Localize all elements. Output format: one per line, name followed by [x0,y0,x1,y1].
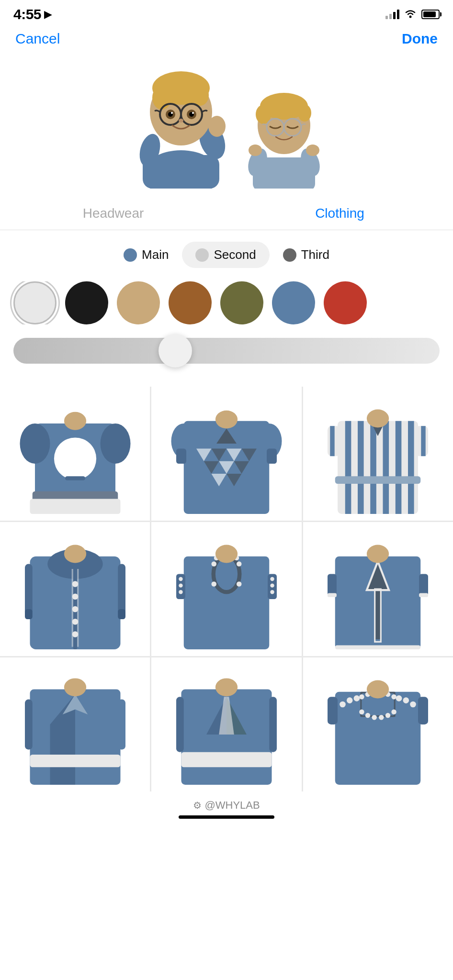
svg-point-11 [192,85,209,106]
svg-rect-126 [118,700,125,750]
clothing-item-5[interactable] [151,522,301,656]
svg-rect-84 [118,609,125,619]
clothing-item-3[interactable] [303,387,453,521]
status-time: 4:55 [13,6,41,22]
swatch-white[interactable] [13,281,57,324]
svg-point-101 [179,583,182,587]
signal-icon [385,10,399,19]
svg-point-145 [359,710,364,715]
color-pill-third[interactable]: Third [270,242,343,268]
svg-point-26 [306,145,319,156]
svg-point-85 [64,545,86,563]
shade-slider-track[interactable] [13,338,440,364]
shade-slider-container [10,338,443,364]
svg-rect-58 [267,449,277,464]
svg-rect-61 [358,421,364,514]
svg-rect-86 [71,569,73,647]
clothing-item-7[interactable] [0,657,150,791]
avatar-preview [0,55,453,198]
done-button[interactable]: Done [402,31,438,47]
clothing-item-6[interactable] [303,522,453,656]
watermark: ⚙ @WHYLAB [0,799,453,812]
svg-point-151 [340,702,346,708]
svg-rect-118 [335,646,421,649]
svg-point-144 [392,694,397,700]
svg-point-56 [215,411,238,429]
svg-rect-158 [418,697,428,724]
tab-bar: Headwear Clothing [0,198,453,230]
svg-rect-81 [25,564,33,614]
memoji-secondary-svg [243,83,325,189]
memoji-main-svg [128,55,234,189]
svg-rect-69 [421,426,426,456]
tab-clothing[interactable]: Clothing [226,198,453,230]
svg-point-152 [347,697,353,703]
svg-point-36 [20,423,50,464]
wifi-icon [404,9,417,21]
cancel-button[interactable]: Cancel [15,31,60,47]
svg-rect-157 [328,697,338,724]
svg-rect-125 [25,700,33,750]
color-pill-second[interactable]: Second [182,242,269,268]
svg-point-107 [215,545,238,563]
color-pill-main[interactable]: Main [110,242,182,268]
clothing-item-2[interactable] [151,387,301,521]
shade-slider-thumb[interactable] [159,334,192,368]
clothing-grid [0,387,453,791]
svg-point-159 [367,680,389,699]
svg-point-20 [192,112,194,114]
svg-point-139 [359,694,364,700]
swatch-brown[interactable] [169,281,212,324]
clothing-item-8[interactable] [151,657,301,791]
svg-rect-63 [383,421,389,514]
swatch-olive[interactable] [220,281,263,324]
svg-point-148 [379,715,384,720]
clothing-item-1[interactable] [0,387,150,521]
svg-rect-57 [176,449,186,464]
svg-point-119 [367,545,389,563]
svg-rect-71 [335,476,421,484]
svg-point-105 [270,583,274,587]
svg-point-156 [396,695,402,702]
svg-rect-82 [118,564,125,614]
svg-point-135 [215,678,238,696]
battery-icon [421,10,440,19]
svg-point-146 [365,713,371,718]
svg-point-104 [270,577,274,581]
svg-point-147 [372,715,377,720]
avatar-main [128,55,234,189]
nav-bar: Cancel Done [0,26,453,55]
svg-point-127 [64,678,86,696]
clothing-item-9[interactable] [303,657,453,791]
svg-point-91 [211,561,216,567]
swatch-tan[interactable] [117,281,160,324]
home-indicator [179,815,274,819]
svg-point-10 [152,86,171,110]
svg-rect-42 [65,476,85,480]
swatch-black[interactable] [65,281,108,324]
svg-rect-62 [371,421,377,514]
svg-point-41 [64,412,86,430]
svg-rect-64 [396,421,402,514]
svg-rect-117 [419,593,428,597]
svg-rect-60 [345,421,351,514]
swatch-red[interactable] [324,281,367,324]
svg-rect-124 [30,755,120,767]
clothing-item-4[interactable] [0,522,150,656]
svg-rect-111 [375,589,381,639]
main-color-dot [124,248,137,262]
svg-point-153 [354,695,360,702]
svg-rect-67 [330,426,335,456]
swatch-slate[interactable] [272,281,315,324]
svg-point-154 [410,702,417,708]
bottom-area: ⚙ @WHYLAB [0,791,453,824]
svg-point-98 [237,581,242,587]
second-color-dot [195,248,209,262]
avatar-secondary [243,83,325,189]
svg-rect-83 [25,609,33,619]
svg-point-21 [179,119,183,122]
svg-rect-134 [269,697,277,752]
tab-headwear[interactable]: Headwear [0,198,226,230]
svg-point-25 [249,145,262,156]
third-color-dot [283,248,296,262]
